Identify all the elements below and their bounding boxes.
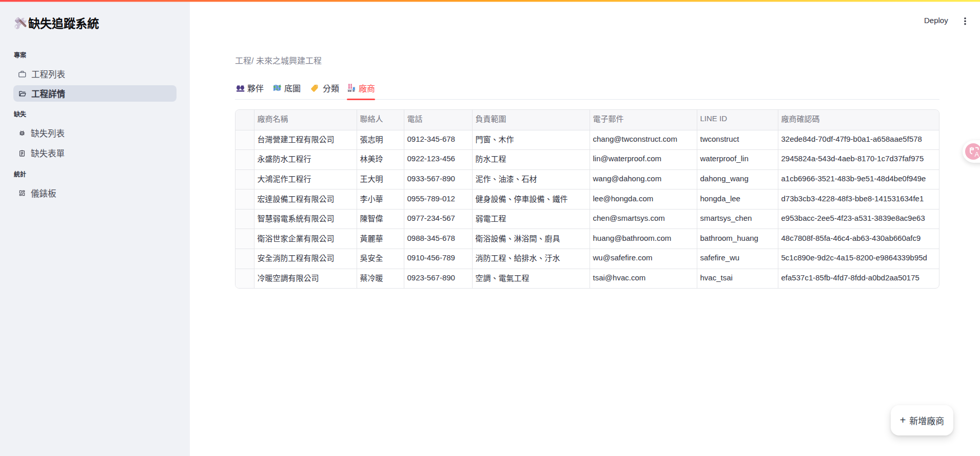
svg-text:A: A	[975, 150, 979, 158]
